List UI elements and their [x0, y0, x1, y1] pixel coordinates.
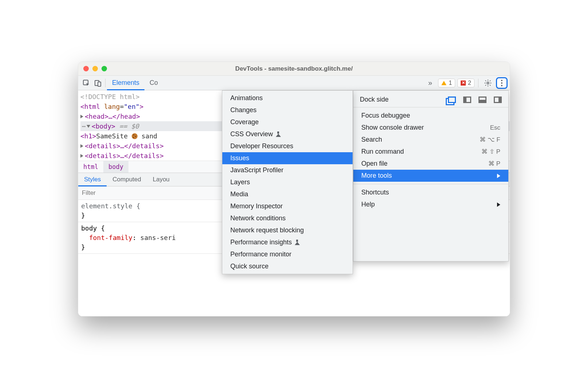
menu-show-console-drawer[interactable]: Show console drawerEsc [353, 122, 508, 134]
breadcrumb-body[interactable]: body [103, 161, 128, 173]
expand-icon[interactable] [80, 144, 83, 148]
submenu-javascript-profiler[interactable]: JavaScript Profiler [222, 164, 353, 176]
cookie-icon [132, 133, 138, 139]
svg-rect-2 [98, 82, 101, 86]
separator [105, 79, 106, 87]
tab-elements[interactable]: Elements [107, 76, 144, 90]
expand-icon[interactable] [80, 115, 83, 118]
submenu-arrow-icon [497, 174, 500, 178]
submenu-developer-resources[interactable]: Developer Resources [222, 140, 353, 152]
device-toggle-icon[interactable] [92, 77, 104, 89]
toolbar-right: » 1 ✕ 2 [424, 77, 508, 89]
menu-focus-debuggee[interactable]: Focus debuggee [353, 110, 508, 122]
traffic-lights [78, 66, 107, 71]
menu-shortcuts[interactable]: Shortcuts [353, 186, 508, 198]
breadcrumb-html[interactable]: html [78, 161, 103, 173]
submenu-media[interactable]: Media [222, 188, 353, 200]
submenu-memory-inspector[interactable]: Memory Inspector [222, 200, 353, 212]
flask-icon [295, 240, 299, 245]
errors-chip[interactable]: ✕ 2 [457, 79, 474, 87]
warnings-chip[interactable]: 1 [438, 79, 455, 87]
separator [478, 79, 478, 87]
collapse-icon[interactable] [87, 125, 90, 128]
tab-console-truncated[interactable]: Co [144, 76, 163, 90]
main-menu: Dock side Focus debuggee Show console dr… [353, 90, 509, 261]
dock-side-label: Dock side [360, 96, 389, 103]
menu-help[interactable]: Help [353, 198, 508, 210]
doctype-node: <!DOCTYPE html> [80, 92, 140, 102]
menu-run-command[interactable]: Run command⌘ ⇧ P [353, 146, 508, 158]
menu-search[interactable]: Search⌘ ⌥ F [353, 134, 508, 146]
submenu-arrow-icon [497, 202, 500, 207]
submenu-performance-insights[interactable]: Performance insights [222, 236, 353, 248]
svg-point-3 [487, 82, 489, 84]
more-tools-submenu: Animations Changes Coverage CSS Overview… [222, 90, 353, 274]
submenu-quick-source[interactable]: Quick source [222, 260, 353, 272]
subtab-styles[interactable]: Styles [78, 173, 107, 186]
submenu-network-request-blocking[interactable]: Network request blocking [222, 224, 353, 236]
dock-left-icon[interactable] [463, 97, 471, 103]
css-value[interactable]: sans-seri [140, 234, 176, 241]
dock-undock-icon[interactable] [448, 97, 456, 103]
html-lang-val: "en" [124, 102, 139, 111]
minimize-window-button[interactable] [92, 66, 98, 71]
submenu-changes[interactable]: Changes [222, 104, 353, 116]
menu-more-tools[interactable]: More tools [353, 170, 508, 182]
inspect-element-icon[interactable] [80, 77, 92, 89]
submenu-issues[interactable]: Issues [222, 152, 353, 164]
menu-open-file[interactable]: Open file⌘ P [353, 158, 508, 170]
html-open: <html [80, 102, 104, 111]
panel-tabs: Elements Co [107, 76, 163, 90]
devtools-window: DevTools - samesite-sandbox.glitch.me/ E… [78, 62, 510, 316]
settings-icon[interactable] [482, 77, 494, 89]
main-toolbar: Elements Co » 1 ✕ 2 [78, 76, 510, 90]
error-icon: ✕ [461, 80, 466, 86]
flask-icon [276, 131, 281, 137]
submenu-css-overview[interactable]: CSS Overview [222, 128, 353, 140]
warnings-count: 1 [449, 80, 452, 86]
close-window-button[interactable] [83, 66, 89, 71]
submenu-layers[interactable]: Layers [222, 176, 353, 188]
submenu-animations[interactable]: Animations [222, 92, 353, 104]
dock-right-icon[interactable] [494, 97, 502, 103]
submenu-coverage[interactable]: Coverage [222, 116, 353, 128]
window-title: DevTools - samesite-sandbox.glitch.me/ [78, 65, 510, 72]
submenu-network-conditions[interactable]: Network conditions [222, 212, 353, 224]
subtab-computed[interactable]: Computed [107, 173, 147, 186]
css-prop[interactable]: font-family [89, 234, 132, 241]
maximize-window-button[interactable] [102, 66, 107, 71]
dock-bottom-icon[interactable] [478, 97, 486, 103]
subtab-layout-truncated[interactable]: Layou [147, 173, 175, 186]
warning-icon [441, 81, 446, 85]
main-menu-button[interactable] [496, 77, 508, 89]
more-tabs-icon[interactable]: » [424, 77, 436, 89]
dock-side-row: Dock side [353, 93, 508, 107]
errors-count: 2 [468, 80, 471, 86]
submenu-performance-monitor[interactable]: Performance monitor [222, 248, 353, 260]
kebab-icon [501, 82, 502, 84]
expand-icon[interactable] [80, 154, 83, 158]
titlebar: DevTools - samesite-sandbox.glitch.me/ [78, 62, 510, 76]
html-lang-attr: lang [104, 102, 120, 111]
